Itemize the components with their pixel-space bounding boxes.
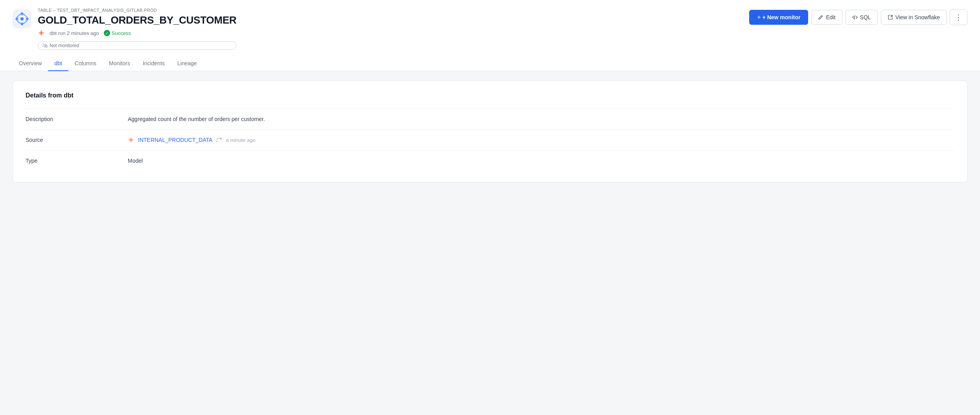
dbt-run-text: dbt run 2 minutes ago (50, 30, 99, 36)
eye-off-icon (42, 43, 48, 48)
source-dbt-icon (128, 137, 134, 143)
sql-button[interactable]: SQL (846, 10, 878, 25)
view-in-snowflake-button[interactable]: View in Snowflake (881, 10, 947, 25)
edit-icon (818, 15, 823, 20)
not-monitored-text: Not monitored (50, 43, 79, 48)
type-row: Type Model (26, 150, 954, 171)
tab-dbt[interactable]: dbt (48, 56, 68, 71)
svg-point-1 (20, 17, 24, 20)
success-badge: ✓ Success (104, 30, 131, 36)
main-content: Details from dbt Description Aggregated … (0, 71, 980, 192)
sql-icon (852, 15, 858, 20)
meta-row: dbt run 2 minutes ago ✓ Success (38, 29, 236, 37)
tab-lineage[interactable]: Lineage (171, 56, 203, 71)
tab-overview[interactable]: Overview (13, 56, 48, 71)
header-top: TABLE – TEST_DBT_IMPACT_ANALYSIS_GITLAB.… (13, 8, 967, 50)
tab-incidents[interactable]: Incidents (136, 56, 171, 71)
source-link[interactable]: INTERNAL_PRODUCT_DATA (138, 137, 212, 143)
sync-icon (216, 137, 222, 143)
svg-point-2 (41, 32, 42, 34)
new-monitor-label: + New monitor (763, 14, 801, 20)
edit-button[interactable]: Edit (811, 10, 842, 25)
description-label: Description (26, 116, 128, 122)
dbt-icon (38, 29, 45, 37)
success-dot: ✓ (104, 30, 110, 36)
table-label: TABLE – TEST_DBT_IMPACT_ANALYSIS_GITLAB.… (38, 8, 236, 13)
new-monitor-button[interactable]: + + New monitor (749, 10, 808, 25)
description-value: Aggregated count of the number of orders… (128, 116, 265, 122)
success-text: Success (112, 30, 131, 36)
page-header: TABLE – TEST_DBT_IMPACT_ANALYSIS_GITLAB.… (0, 0, 980, 71)
title-block: TABLE – TEST_DBT_IMPACT_ANALYSIS_GITLAB.… (38, 8, 236, 50)
card-title: Details from dbt (26, 92, 954, 99)
source-row: Source INTERNAL_PRODUCT_DATA a minute ag… (26, 129, 954, 150)
svg-point-3 (130, 139, 132, 141)
more-icon: ⋮ (955, 14, 962, 21)
not-monitored-badge[interactable]: Not monitored (38, 41, 236, 50)
table-title: GOLD_TOTAL_ORDERS_BY_CUSTOMER (38, 14, 236, 26)
app-logo (13, 9, 31, 28)
type-value: Model (128, 158, 143, 164)
new-monitor-plus-icon: + (757, 14, 761, 21)
details-card: Details from dbt Description Aggregated … (13, 81, 967, 182)
tab-monitors[interactable]: Monitors (103, 56, 136, 71)
header-left: TABLE – TEST_DBT_IMPACT_ANALYSIS_GITLAB.… (13, 8, 236, 50)
more-options-button[interactable]: ⋮ (950, 9, 967, 25)
header-buttons: + + New monitor Edit SQL View in Snowfl (749, 9, 967, 25)
view-in-snowflake-label: View in Snowflake (895, 14, 940, 20)
sql-label: SQL (860, 14, 871, 20)
description-row: Description Aggregated count of the numb… (26, 108, 954, 129)
external-link-icon (888, 15, 893, 20)
tab-columns[interactable]: Columns (68, 56, 103, 71)
source-value-row: INTERNAL_PRODUCT_DATA a minute ago (128, 137, 255, 143)
type-label: Type (26, 158, 128, 164)
sync-time: a minute ago (226, 137, 255, 143)
edit-label: Edit (826, 14, 835, 20)
source-label: Source (26, 137, 128, 143)
tab-navigation: Overview dbt Columns Monitors Incidents … (13, 56, 967, 71)
